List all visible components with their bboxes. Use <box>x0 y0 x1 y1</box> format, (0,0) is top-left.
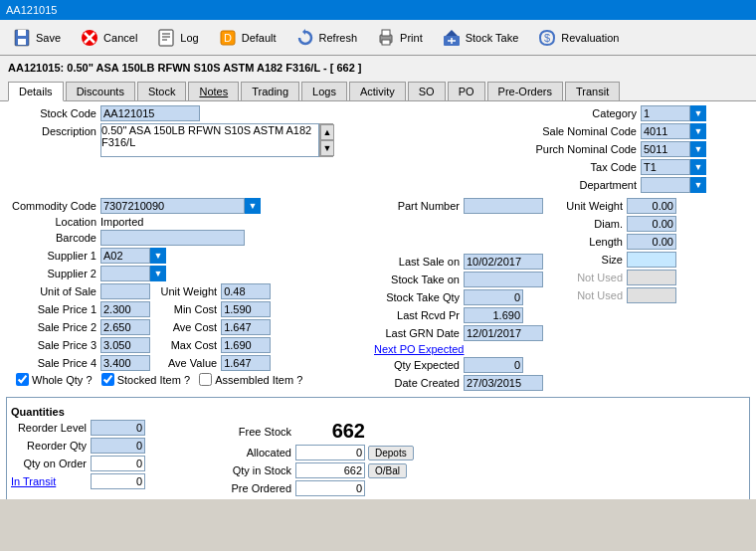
purch-nominal-dropdown[interactable]: ▼ <box>690 141 706 157</box>
commodity-code-input[interactable] <box>100 198 245 214</box>
in-transit-input[interactable] <box>91 473 145 489</box>
tab-transit[interactable]: Transit <box>565 82 620 100</box>
in-transit-link[interactable]: In Transit <box>11 475 91 487</box>
stock-take-qty-label: Stock Take Qty <box>374 291 464 303</box>
whole-qty-checkbox[interactable] <box>16 373 29 386</box>
print-button[interactable]: Print <box>368 24 430 52</box>
category-dropdown[interactable]: ▼ <box>690 105 706 121</box>
category-input[interactable] <box>641 105 690 121</box>
ave-value-label: Ave Value <box>156 357 221 369</box>
not-used2-label: Not Used <box>557 289 627 301</box>
qty-in-stock-input[interactable] <box>295 462 365 478</box>
stock-take-button[interactable]: Stock Take <box>434 24 526 52</box>
tab-notes[interactable]: Notes <box>188 82 239 100</box>
date-created-input[interactable] <box>464 375 543 391</box>
next-po-expected-link[interactable]: Next PO Expected <box>374 343 465 355</box>
qty-on-order-label: Qty on Order <box>11 458 91 469</box>
unit-of-sale-input[interactable] <box>100 283 150 299</box>
reorder-level-input[interactable] <box>91 420 145 436</box>
supplier2-dropdown[interactable]: ▼ <box>150 266 166 281</box>
svg-rect-14 <box>382 30 390 36</box>
desc-scroll-up[interactable]: ▲ <box>320 124 334 140</box>
purch-nominal-code-input[interactable] <box>641 141 690 157</box>
commodity-dropdown[interactable]: ▼ <box>245 198 261 214</box>
save-button[interactable]: Save <box>4 24 68 52</box>
max-cost-input[interactable] <box>221 337 271 353</box>
allocated-input[interactable] <box>295 445 365 460</box>
supplier2-input[interactable] <box>100 266 150 281</box>
unit-weight-left-label: Unit Weight <box>156 285 221 297</box>
qty-expected-input[interactable] <box>464 357 523 373</box>
description-input[interactable]: 0.50" ASA 150LB RFWN S10S ASTM A182 F316… <box>100 123 319 157</box>
sale-price4-label: Sale Price 4 <box>6 357 100 369</box>
pre-ordered-input[interactable] <box>295 480 365 496</box>
reorder-qty-input[interactable] <box>91 438 145 454</box>
qty-on-order-input[interactable] <box>91 456 145 471</box>
refresh-button[interactable]: Refresh <box>287 24 365 52</box>
qty-in-stock-label: Qty in Stock <box>216 464 295 476</box>
ave-value-input[interactable] <box>221 355 271 371</box>
ave-cost-input[interactable] <box>221 319 271 335</box>
location-label: Location <box>6 216 100 228</box>
last-rcvd-pr-label: Last Rcvd Pr <box>374 309 464 321</box>
sale-nominal-dropdown[interactable]: ▼ <box>690 123 706 139</box>
page-title-text: AA121015: 0.50" ASA 150LB RFWN S10S ASTM… <box>8 62 362 74</box>
last-sale-on-label: Last Sale on <box>374 256 464 268</box>
barcode-input[interactable] <box>100 230 245 246</box>
svg-text:D: D <box>224 32 232 44</box>
log-button[interactable]: Log <box>148 24 205 52</box>
size-input[interactable] <box>627 252 676 268</box>
sale-price3-input[interactable] <box>100 337 150 353</box>
length-input[interactable] <box>627 234 676 250</box>
department-input[interactable] <box>641 177 690 193</box>
sale-price1-input[interactable] <box>100 301 150 317</box>
free-stock-label: Free Stock <box>216 426 295 438</box>
tab-details[interactable]: Details <box>8 82 64 101</box>
stock-take-on-label: Stock Take on <box>374 274 464 285</box>
stocked-item-checkbox[interactable] <box>101 373 114 386</box>
tab-trading[interactable]: Trading <box>241 82 299 100</box>
last-rcvd-pr-input[interactable] <box>464 307 523 323</box>
cancel-button[interactable]: Cancel <box>72 24 144 52</box>
tax-code-dropdown[interactable]: ▼ <box>690 159 706 175</box>
tab-pre-orders[interactable]: Pre-Orders <box>487 82 563 100</box>
last-grn-date-input[interactable] <box>464 325 543 341</box>
department-dropdown[interactable]: ▼ <box>690 177 706 193</box>
tab-discounts[interactable]: Discounts <box>66 82 135 100</box>
tax-code-input[interactable] <box>641 159 690 175</box>
stock-take-on-input[interactable] <box>464 272 543 287</box>
allocated-label: Allocated <box>216 447 295 459</box>
tab-stock[interactable]: Stock <box>137 82 187 100</box>
tab-activity[interactable]: Activity <box>349 82 406 100</box>
depots-button[interactable]: Depots <box>368 446 414 460</box>
stock-take-icon <box>441 27 463 49</box>
tab-po[interactable]: PO <box>448 82 485 100</box>
stock-take-qty-input[interactable] <box>464 289 523 305</box>
assembled-item-checkbox[interactable] <box>199 373 212 386</box>
diam-input[interactable] <box>627 216 676 232</box>
part-number-label: Part Number <box>374 200 464 212</box>
part-number-input[interactable] <box>464 198 543 214</box>
not-used1-input <box>627 270 676 285</box>
sale-price3-label: Sale Price 3 <box>6 339 100 351</box>
free-stock-value: 662 <box>295 420 365 443</box>
obal-button[interactable]: O/Bal <box>368 463 407 478</box>
unit-weight-input[interactable] <box>221 283 271 299</box>
print-label: Print <box>400 32 423 44</box>
default-button[interactable]: D Default <box>210 24 284 52</box>
svg-rect-1 <box>18 30 26 36</box>
sale-nominal-code-input[interactable] <box>641 123 690 139</box>
stock-code-input[interactable] <box>100 105 200 121</box>
revaluation-button[interactable]: $ Revaluation <box>529 24 626 52</box>
supplier1-dropdown[interactable]: ▼ <box>150 248 166 264</box>
tab-so[interactable]: SO <box>408 82 446 100</box>
tab-logs[interactable]: Logs <box>301 82 347 100</box>
min-cost-input[interactable] <box>221 301 271 317</box>
desc-scroll-down[interactable]: ▼ <box>320 140 334 156</box>
supplier1-input[interactable] <box>100 248 150 264</box>
commodity-code-label: Commodity Code <box>6 200 100 212</box>
last-sale-on-input[interactable] <box>464 254 543 270</box>
sale-price2-input[interactable] <box>100 319 150 335</box>
sale-price4-input[interactable] <box>100 355 150 371</box>
unit-weight-right-input[interactable] <box>627 198 676 214</box>
